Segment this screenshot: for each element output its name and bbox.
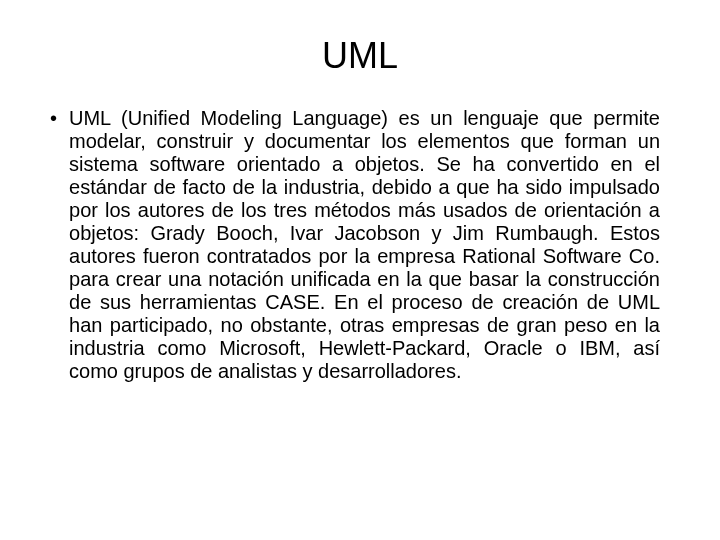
bullet-item: • UML (Unified Modeling Language) es un … xyxy=(60,107,660,383)
slide-title: UML xyxy=(60,35,660,77)
body-paragraph: UML (Unified Modeling Language) es un le… xyxy=(69,107,660,383)
bullet-marker-icon: • xyxy=(50,107,57,130)
